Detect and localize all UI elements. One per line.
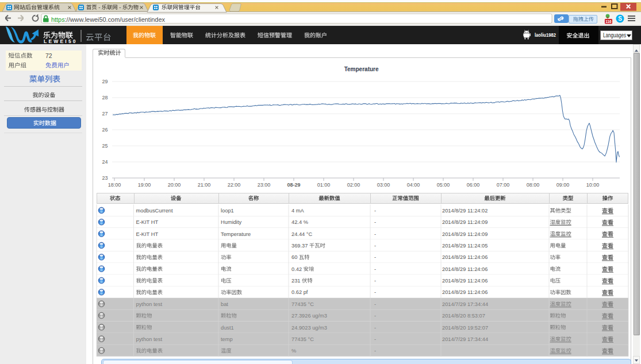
- svg-text:-: -: [374, 313, 376, 319]
- svg-text:2014/8/29 11:24:09: 2014/8/29 11:24:09: [442, 231, 488, 237]
- svg-text:-: -: [374, 278, 376, 284]
- svg-text:2014/7/29 17:34:44: 2014/7/29 17:34:44: [442, 336, 488, 342]
- svg-text:-: -: [374, 325, 376, 331]
- svg-text:24.9023 ug/m3: 24.9023 ug/m3: [291, 325, 327, 331]
- svg-text:04:00: 04:00: [407, 182, 420, 188]
- svg-text:laoliu1982: laoliu1982: [535, 32, 556, 38]
- svg-text:-: -: [374, 336, 376, 342]
- svg-text:https: https: [51, 16, 65, 23]
- svg-text:E-KIT HT: E-KIT HT: [136, 231, 159, 237]
- svg-text:77435 °C: 77435 °C: [291, 301, 314, 307]
- svg-text:2014/8/29 11:24:06: 2014/8/29 11:24:06: [442, 254, 488, 260]
- svg-text:-: -: [374, 219, 376, 225]
- svg-text:Temperature: Temperature: [221, 231, 251, 237]
- svg-text:10:00: 10:00: [586, 182, 600, 188]
- svg-text:bat: bat: [221, 301, 228, 307]
- svg-text:27.3926 ug/m3: 27.3926 ug/m3: [291, 313, 327, 319]
- svg-text:231: 231: [291, 278, 302, 284]
- svg-text:2014/8/29 11:24:06: 2014/8/29 11:24:06: [442, 266, 488, 272]
- svg-text:03:00: 03:00: [377, 182, 390, 188]
- svg-text:77435 °C: 77435 °C: [291, 336, 314, 342]
- svg-text:-: -: [374, 266, 376, 272]
- svg-text:05:00: 05:00: [437, 182, 450, 188]
- svg-text:-: -: [97, 4, 102, 10]
- svg-text:28: 28: [102, 95, 108, 100]
- svg-text:26: 26: [102, 127, 108, 133]
- svg-text:22:00: 22:00: [228, 182, 241, 188]
- svg-text:27: 27: [102, 111, 108, 117]
- svg-text:-: -: [374, 289, 376, 295]
- svg-text:02:00: 02:00: [347, 182, 360, 188]
- svg-text:dust1: dust1: [221, 325, 234, 331]
- svg-text:LEWEI50: LEWEI50: [44, 38, 78, 44]
- svg-text:python test: python test: [136, 336, 163, 342]
- svg-text:2014/8/29 11:24:09: 2014/8/29 11:24:09: [442, 219, 488, 225]
- svg-text:24.44 °C: 24.44 °C: [291, 231, 313, 237]
- svg-text:%: %: [291, 348, 296, 354]
- svg-text:-: -: [374, 208, 376, 214]
- svg-text:Humidity: Humidity: [221, 219, 242, 225]
- svg-text:0.62 pf: 0.62 pf: [291, 289, 308, 295]
- svg-text:4 mA: 4 mA: [291, 208, 304, 214]
- svg-text:Languages: Languages: [603, 33, 626, 39]
- svg-text:09:00: 09:00: [556, 182, 570, 188]
- svg-text:python test: python test: [136, 301, 163, 307]
- svg-text:://www.lewei50.com/user/client: ://www.lewei50.com/user/clientindex: [65, 16, 166, 23]
- svg-text:08:00: 08:00: [527, 182, 540, 188]
- svg-text:19:00: 19:00: [138, 182, 151, 188]
- svg-text:0.42: 0.42: [291, 266, 304, 272]
- svg-text:23: 23: [102, 175, 108, 181]
- svg-text:25: 25: [102, 143, 108, 149]
- svg-text:-: -: [374, 348, 376, 354]
- svg-text:Temperature: Temperature: [344, 66, 379, 72]
- svg-text:72: 72: [45, 52, 52, 59]
- svg-text:21:00: 21:00: [198, 182, 211, 188]
- svg-text:-: -: [374, 301, 376, 307]
- svg-text:08-29: 08-29: [287, 182, 301, 188]
- svg-text:29: 29: [102, 79, 108, 84]
- svg-text:E-KIT HT: E-KIT HT: [136, 219, 159, 225]
- svg-text:18:00: 18:00: [108, 182, 121, 188]
- svg-text:2014/8/29 11:24:02: 2014/8/29 11:24:02: [442, 208, 488, 214]
- svg-text:07:00: 07:00: [497, 182, 510, 188]
- svg-text:2014/8/29 11:24:05: 2014/8/29 11:24:05: [442, 243, 488, 249]
- svg-text:60: 60: [291, 254, 299, 260]
- svg-text:-: -: [374, 231, 376, 237]
- svg-text:42.4 %: 42.4 %: [291, 219, 308, 225]
- svg-text:-: -: [374, 254, 376, 260]
- svg-text:2014/8/29 11:24:06: 2014/8/29 11:24:06: [442, 289, 488, 295]
- svg-text:2014/8/29 11:24:06: 2014/8/29 11:24:06: [442, 278, 488, 284]
- svg-text:-: -: [118, 4, 122, 10]
- svg-text:2014/8/20 8:53:07: 2014/8/20 8:53:07: [442, 313, 485, 319]
- svg-text:369.37: 369.37: [291, 243, 309, 249]
- svg-text:2014/7/29 17:34:44: 2014/7/29 17:34:44: [442, 301, 488, 307]
- svg-text:01:00: 01:00: [317, 182, 331, 188]
- svg-text:24: 24: [102, 159, 108, 165]
- svg-text:modbusCurrent: modbusCurrent: [136, 208, 173, 214]
- svg-text:loop1: loop1: [221, 208, 234, 214]
- svg-text:06:00: 06:00: [467, 182, 480, 188]
- svg-text:20:00: 20:00: [168, 182, 181, 188]
- svg-text:-: -: [374, 243, 376, 249]
- svg-text:2014/8/20 19:52:07: 2014/8/20 19:52:07: [442, 325, 488, 331]
- svg-text:23:00: 23:00: [258, 182, 271, 188]
- svg-text:temp: temp: [221, 336, 233, 342]
